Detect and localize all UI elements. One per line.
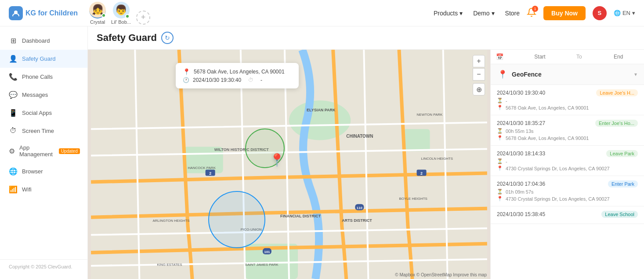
sidebar-item-social-apps[interactable]: 📱 Social Apps <box>0 104 87 122</box>
nav-store[interactable]: Store <box>505 10 520 17</box>
svg-text:ELYSIAN PARK: ELYSIAN PARK <box>307 108 336 112</box>
date-filter: 📅 To <box>491 50 644 64</box>
location-icon: 📍 <box>497 165 503 171</box>
event-address: 5678 Oak Ave, Los Angeles, CA 90001 <box>506 105 589 110</box>
geofence-title: GeoFence <box>512 71 630 78</box>
calendar-icon: 📅 <box>496 53 503 60</box>
event-time: 2024/10/30 19:30:40 <box>497 90 593 96</box>
header: KG for Children 👧 Crystal 👦 Lil' Bob... … <box>0 0 644 26</box>
sidebar: ⊞ Dashboard 👤 Safety Guard 📞 Phone Calls… <box>0 26 88 279</box>
event-duration-text: 00h 55m 13s <box>506 128 534 134</box>
event-badge: Leave Park <box>606 150 638 157</box>
event-badge: Leave Joe's H... <box>596 89 638 96</box>
start-date-input[interactable] <box>507 54 573 60</box>
status-dot-lil-bob <box>125 14 130 18</box>
svg-text:CHINATOWN: CHINATOWN <box>346 134 373 139</box>
logo-text: KG for Children <box>25 9 78 17</box>
svg-text:110: 110 <box>357 206 363 210</box>
sidebar-item-messages[interactable]: 💬 Messages <box>0 86 87 104</box>
avatar-group: 👧 Crystal 👦 Lil' Bob... + <box>89 2 150 25</box>
end-date-input[interactable] <box>586 54 644 60</box>
event-time: 2024/10/30 17:04:36 <box>497 181 605 187</box>
sidebar-item-label: Phone Calls <box>22 73 53 80</box>
popup-time: 2024/10/30 19:30:40 <box>193 77 241 83</box>
page-header: Safety Guard ↻ <box>88 26 644 50</box>
zoom-in-button[interactable]: + <box>473 55 485 67</box>
locate-button[interactable]: ⊕ <box>473 83 485 95</box>
location-icon: 📍 <box>497 105 503 110</box>
sidebar-item-label: App Management <box>19 144 53 158</box>
event-address: 5678 Oak Ave, Los Angeles, CA 90001 <box>506 136 589 141</box>
sidebar-item-browser[interactable]: 🌐 Browser <box>0 162 87 180</box>
hourglass-icon: ⏳ <box>497 128 503 134</box>
updated-badge: Updated <box>59 148 80 154</box>
map-controls: + − ⊕ <box>473 55 485 95</box>
bell-badge: 1 <box>532 6 538 12</box>
svg-text:KING ESTATES: KING ESTATES <box>157 263 182 267</box>
sidebar-item-label: Social Apps <box>22 110 52 116</box>
svg-text:BOYLE HEIGHTS: BOYLE HEIGHTS <box>399 197 427 201</box>
sidebar-item-wifi[interactable]: 📶 Wifi <box>0 180 87 198</box>
avatar-crystal[interactable]: 👧 Crystal <box>89 2 106 25</box>
event-duration-text: - <box>506 98 507 103</box>
event-duration-text: - <box>506 159 507 164</box>
buy-now-button[interactable]: Buy Now <box>543 6 586 20</box>
nav-demo[interactable]: Demo ▾ <box>473 10 494 17</box>
avatar-crystal-label: Crystal <box>90 19 105 25</box>
event-item: 2024/10/30 18:14:33 Leave Park ⏳ - 📍 473… <box>491 146 644 176</box>
svg-text:SAINT JAMES PARK: SAINT JAMES PARK <box>245 263 279 267</box>
avatar-lil-bob[interactable]: 👦 Lil' Bob... <box>111 2 131 25</box>
event-address: 4730 Crystal Springs Dr, Los Angeles, CA… <box>506 166 610 171</box>
zoom-out-button[interactable]: − <box>473 68 485 81</box>
sidebar-item-label: Browser <box>22 168 43 175</box>
geofence-header[interactable]: 📍 GeoFence ▾ <box>491 64 644 85</box>
nav-products[interactable]: Products ▾ <box>434 10 463 17</box>
svg-text:ARLINGTON HEIGHTS: ARLINGTON HEIGHTS <box>152 219 189 223</box>
popup-pin-icon: 📍 <box>183 68 190 75</box>
wifi-icon: 📶 <box>9 185 18 194</box>
user-avatar[interactable]: S <box>593 6 607 20</box>
language-selector[interactable]: 🌐 EN ▾ <box>614 10 635 16</box>
hourglass-icon: ⏳ <box>497 158 503 164</box>
geofence-circle-blue <box>208 191 265 248</box>
svg-text:FINANCIAL DISTRICT: FINANCIAL DISTRICT <box>280 214 321 218</box>
logo-icon <box>9 6 23 20</box>
sidebar-item-safety-guard[interactable]: 👤 Safety Guard <box>0 50 87 68</box>
event-item: 2024/10/30 18:35:27 Enter Joe's Ho... ⏳ … <box>491 115 644 146</box>
svg-text:ARTS DISTRICT: ARTS DISTRICT <box>342 218 372 223</box>
geofence-icon: 📍 <box>498 70 507 79</box>
popup-dash: - <box>260 77 262 83</box>
svg-text:2: 2 <box>209 171 211 176</box>
sidebar-item-app-management[interactable]: ⚙ App Management Updated <box>0 140 87 162</box>
dashboard-icon: ⊞ <box>9 37 18 45</box>
event-item: 2024/10/30 15:38:45 Leave School <box>491 206 644 224</box>
to-label: To <box>576 54 582 60</box>
svg-text:LINCOLN HEIGHTS: LINCOLN HEIGHTS <box>421 157 453 161</box>
geofence-chevron-icon: ▾ <box>634 71 637 77</box>
event-duration-text: 01h 09m 57s <box>506 189 534 195</box>
safety-guard-icon: 👤 <box>9 55 18 63</box>
sidebar-footer: Copyright © 2025 ClevGuard. <box>0 259 87 274</box>
main-layout: ⊞ Dashboard 👤 Safety Guard 📞 Phone Calls… <box>0 26 644 279</box>
event-time: 2024/10/30 18:14:33 <box>497 151 604 157</box>
refresh-button[interactable]: ↻ <box>161 32 174 44</box>
map-container[interactable]: 2 2 101 110 WILTON HISTORIC DISTRICT CHI… <box>88 50 490 279</box>
sidebar-item-phone-calls[interactable]: 📞 Phone Calls <box>0 68 87 86</box>
map-panel: 2 2 101 110 WILTON HISTORIC DISTRICT CHI… <box>88 50 644 279</box>
bell-button[interactable]: 1 <box>527 7 536 18</box>
status-dot-crystal <box>101 13 106 18</box>
hourglass-icon: ⏳ <box>497 98 503 103</box>
sidebar-item-screen-time[interactable]: ⏱ Screen Time <box>0 122 87 140</box>
sidebar-item-label: Screen Time <box>22 128 54 134</box>
sidebar-item-dashboard[interactable]: ⊞ Dashboard <box>0 32 87 50</box>
hourglass-icon: ⏳ <box>497 189 503 195</box>
add-avatar-button[interactable]: + <box>136 11 150 25</box>
map-attribution: © Mapbox © OpenStreetMap Improve this ma… <box>395 272 487 277</box>
svg-text:HANCOCK PARK: HANCOCK PARK <box>188 166 216 170</box>
svg-text:101: 101 <box>264 250 270 254</box>
right-panel: 📅 To 📍 GeoFence ▾ 2024/10/30 1 <box>490 50 644 279</box>
sidebar-item-label: Dashboard <box>22 37 50 44</box>
svg-text:2: 2 <box>420 171 423 176</box>
messages-icon: 💬 <box>9 91 18 99</box>
event-badge: Enter Park <box>608 180 638 187</box>
